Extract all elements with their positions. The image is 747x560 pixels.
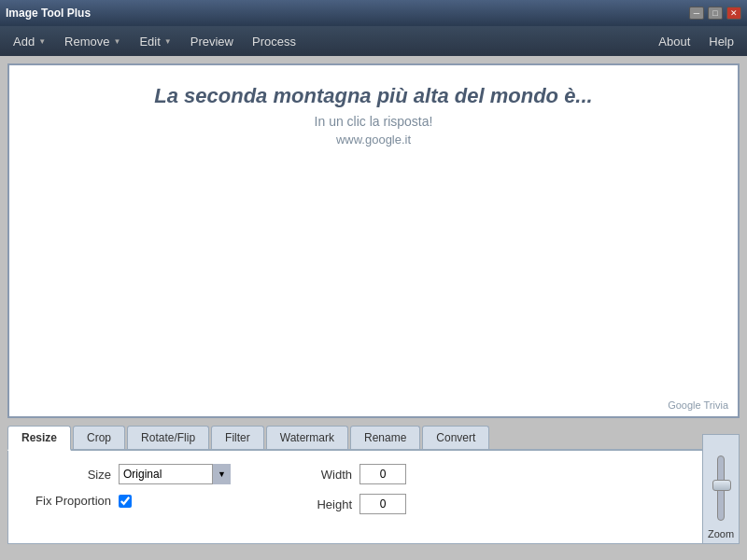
tab-resize[interactable]: Resize (7, 426, 71, 451)
tab-watermark[interactable]: Watermark (266, 426, 348, 449)
height-row: Height (268, 494, 406, 514)
tab-rotate-flip[interactable]: Rotate/Flip (127, 426, 209, 449)
size-row: Size Original Custom 747x560 1024x768 ▼ (27, 464, 231, 484)
title-bar: Image Tool Plus ─ □ ✕ (0, 0, 747, 26)
size-select-wrapper: Original Custom 747x560 1024x768 ▼ (119, 464, 231, 484)
menu-preview[interactable]: Preview (181, 31, 243, 52)
trivia-subtitle: In un clic la risposta! (154, 114, 592, 129)
tabs-section: Resize Crop Rotate/Flip Filter Watermark… (7, 426, 740, 544)
menu-remove[interactable]: Remove ▼ (55, 31, 130, 52)
size-group: Size Original Custom 747x560 1024x768 ▼ … (27, 464, 231, 508)
size-select[interactable]: Original Custom 747x560 1024x768 (119, 464, 231, 484)
menu-help[interactable]: Help (699, 31, 743, 52)
trivia-label: Google Trivia (668, 399, 728, 411)
preview-area: La seconda montagna più alta del mondo è… (7, 63, 740, 418)
size-label: Size (27, 468, 111, 482)
add-arrow-icon: ▼ (38, 37, 46, 46)
menu-about[interactable]: About (649, 31, 699, 52)
width-input[interactable] (359, 464, 406, 484)
tab-content-resize: Size Original Custom 747x560 1024x768 ▼ … (7, 451, 740, 544)
edit-arrow-icon: ▼ (164, 37, 172, 46)
title-text: Image Tool Plus (6, 7, 91, 20)
fix-proportion-checkbox[interactable] (119, 495, 132, 508)
fix-proportion-row: Fix Proportion (27, 494, 231, 508)
menu-bar: Add ▼ Remove ▼ Edit ▼ Preview Process Ab… (0, 26, 747, 56)
remove-arrow-icon: ▼ (113, 37, 120, 46)
zoom-slider-track[interactable] (717, 455, 725, 521)
zoom-panel: Zoom (702, 434, 740, 544)
zoom-label: Zoom (708, 528, 734, 539)
close-button[interactable]: ✕ (726, 7, 741, 20)
tab-crop[interactable]: Crop (73, 426, 125, 449)
minimize-button[interactable]: ─ (689, 7, 704, 20)
tab-rename[interactable]: Rename (350, 426, 420, 449)
width-label: Width (268, 468, 352, 482)
tabs-bar: Resize Crop Rotate/Flip Filter Watermark… (7, 426, 740, 451)
menu-add[interactable]: Add ▼ (4, 31, 55, 52)
tab-filter[interactable]: Filter (211, 426, 264, 449)
zoom-slider-thumb[interactable] (712, 480, 731, 491)
fix-proportion-label: Fix Proportion (27, 494, 111, 508)
menu-process[interactable]: Process (243, 31, 305, 52)
height-input[interactable] (359, 494, 406, 514)
menu-edit[interactable]: Edit ▼ (130, 31, 180, 52)
bottom-section: Resize Crop Rotate/Flip Filter Watermark… (0, 426, 747, 544)
trivia-url: www.google.it (154, 133, 592, 147)
maximize-button[interactable]: □ (708, 7, 723, 20)
preview-content: La seconda montagna più alta del mondo è… (154, 84, 592, 147)
trivia-title: La seconda montagna più alta del mondo è… (154, 84, 592, 108)
height-label: Height (268, 497, 352, 511)
tab-convert[interactable]: Convert (422, 426, 489, 449)
dimensions-group: Width Height (268, 464, 406, 514)
width-row: Width (268, 464, 406, 484)
title-controls: ─ □ ✕ (689, 7, 741, 20)
